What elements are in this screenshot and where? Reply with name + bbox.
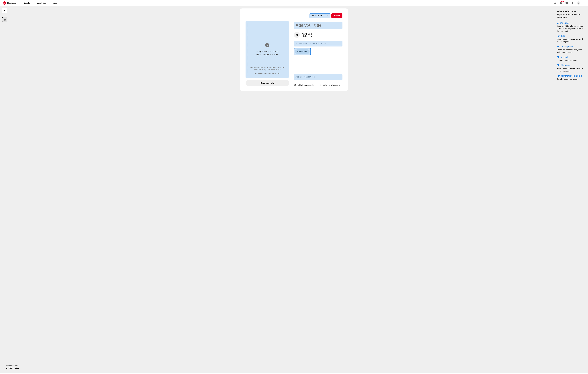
upload-icon — [265, 43, 269, 47]
radio-label: Publish at a later date — [322, 84, 340, 86]
upload-main-text: Drag and drop or click to upload images … — [254, 50, 280, 56]
pin-builder: ••• Relevant Bo… Publish Drag and drop o… — [240, 9, 348, 91]
sidebar-item-desc: Should contain the main keyword you are … — [557, 38, 585, 43]
chevron-down-icon — [326, 15, 328, 17]
save-from-site-button[interactable]: Save from site — [246, 80, 289, 86]
chat-icon[interactable] — [565, 1, 568, 5]
chevron-down-icon — [58, 2, 60, 4]
nav-ads[interactable]: Ads — [53, 2, 60, 4]
image-icon — [3, 19, 6, 21]
nav-analytics[interactable]: Analytics — [37, 2, 49, 4]
upload-footer: Recommendation: Use high-quality .jpg fi… — [249, 66, 285, 75]
sidebar-item-pin-file-name: Pin file name Should contain the main ke… — [557, 64, 585, 72]
sidebar-title: Where to include keywords for Pins on Pi… — [557, 10, 585, 19]
sidebar-item-board-name: Board Name Board should be relevant and … — [557, 22, 585, 32]
description-input[interactable] — [295, 42, 341, 45]
spacer — [294, 57, 342, 72]
chevron-down-icon — [17, 2, 19, 4]
sidebar-item-title: Board Name — [557, 22, 585, 24]
title-field-highlight — [294, 22, 342, 29]
more-options-icon[interactable]: ••• — [246, 14, 249, 17]
fields-column: M Your Brand 3.9k followers Add alt text — [294, 21, 342, 86]
board-select[interactable]: Relevant Bo… — [310, 13, 330, 18]
radio-publish-later[interactable]: Publish at a later date — [318, 84, 340, 86]
left-rail: + — [2, 8, 7, 22]
chevron-down-icon[interactable] — [583, 2, 585, 4]
chevron-down-icon — [31, 2, 32, 4]
builder-top-row: ••• Relevant Bo… Publish — [246, 13, 342, 18]
guidelines-rest: for high quality Pins — [266, 72, 280, 74]
upload-column: Drag and drop or click to upload images … — [246, 21, 289, 86]
upload-dropzone: Drag and drop or click to upload images … — [248, 23, 287, 76]
alt-text-highlight: Add alt text — [294, 48, 311, 55]
publish-options: Publish immediately Publish at a later d… — [294, 82, 342, 86]
title-input[interactable] — [295, 23, 341, 28]
sidebar-item-pin-description: Pin Description Should include the main … — [557, 45, 585, 53]
draft-thumbnail[interactable] — [2, 17, 7, 22]
header: Business Create Analytics Ads 94 — [0, 0, 588, 6]
brand-initial: M — [296, 34, 298, 36]
brand-name: Your Brand — [302, 33, 312, 35]
brand-followers: 3.9k followers — [302, 35, 312, 37]
pinterest-logo-icon — [3, 1, 6, 5]
sidebar-item-desc: Should contain the main keyword you are … — [557, 67, 585, 72]
board-select-label: Relevant Bo… — [312, 15, 324, 17]
sidebar-item-title: Pin destination link slug — [557, 75, 585, 77]
radio-publish-immediately[interactable]: Publish immediately — [294, 84, 314, 86]
bell-icon[interactable]: 94 — [559, 1, 562, 5]
keywords-sidebar: Where to include keywords for Pins on Pi… — [557, 10, 585, 83]
brand-avatar: M — [294, 32, 300, 38]
builder-body: Drag and drop or click to upload images … — [246, 21, 342, 86]
header-nav: Business Create Analytics Ads — [3, 1, 60, 5]
brand-row: M Your Brand 3.9k followers — [294, 31, 342, 39]
presented-brand: affilimate — [6, 367, 19, 370]
upload-recommendation: Recommendation: Use high-quality .jpg fi… — [249, 66, 285, 71]
notification-badge: 94 — [561, 0, 564, 2]
page: + ••• Relevant Bo… Publish — [0, 6, 588, 373]
add-alt-text-button[interactable]: Add alt text — [295, 49, 310, 54]
top-actions: Relevant Bo… Publish — [310, 13, 342, 18]
radio-icon — [318, 84, 321, 86]
nav-create[interactable]: Create — [24, 2, 32, 4]
nav-label: Create — [24, 2, 30, 4]
nav-label: Ads — [53, 2, 57, 4]
destination-link-highlight — [294, 74, 342, 80]
sidebar-item-desc: Should include the main keyword and rela… — [557, 49, 585, 53]
add-pin-button[interactable]: + — [2, 8, 7, 13]
avatar[interactable]: M — [577, 1, 580, 5]
destination-link-input[interactable] — [295, 75, 341, 79]
brand-info: Your Brand 3.9k followers — [302, 33, 312, 37]
megaphone-icon[interactable] — [571, 1, 574, 5]
sidebar-item-pin-alt-text: Pin alt text Can also contain keywords. — [557, 56, 585, 62]
radio-label: Publish immediately — [297, 84, 314, 86]
sidebar-item-title: Pin Title — [557, 35, 585, 37]
upload-zone[interactable]: Drag and drop or click to upload images … — [246, 21, 289, 78]
chevron-down-icon — [47, 2, 49, 4]
upload-guidelines[interactable]: See guidelines for high quality Pins — [249, 72, 285, 75]
sidebar-item-title: Pin Description — [557, 45, 585, 48]
avatar-initial: M — [578, 2, 579, 4]
sidebar-item-desc: Can also contain keywords. — [557, 59, 585, 62]
nav-label: Analytics — [37, 2, 46, 4]
sidebar-item-desc: Can also contain keywords. — [557, 78, 585, 80]
nav-business[interactable]: Business — [3, 1, 19, 5]
description-field-highlight — [294, 41, 342, 46]
radio-icon — [294, 84, 296, 86]
sidebar-item-pin-destination-link: Pin destination link slug Can also conta… — [557, 75, 585, 80]
search-icon[interactable] — [553, 1, 556, 5]
sidebar-item-title: Pin alt text — [557, 56, 585, 58]
guidelines-link: See guidelines — [255, 72, 266, 74]
nav-label: Business — [7, 2, 16, 4]
sidebar-item-title: Pin file name — [557, 64, 585, 66]
presented-by: PRESENTED BY affilimate — [6, 365, 19, 370]
publish-button[interactable]: Publish — [331, 13, 342, 18]
sidebar-item-pin-title: Pin Title Should contain the main keywor… — [557, 35, 585, 43]
header-actions: 94 M — [553, 1, 585, 5]
sidebar-item-desc: Board should be relevant and can include… — [557, 25, 585, 32]
